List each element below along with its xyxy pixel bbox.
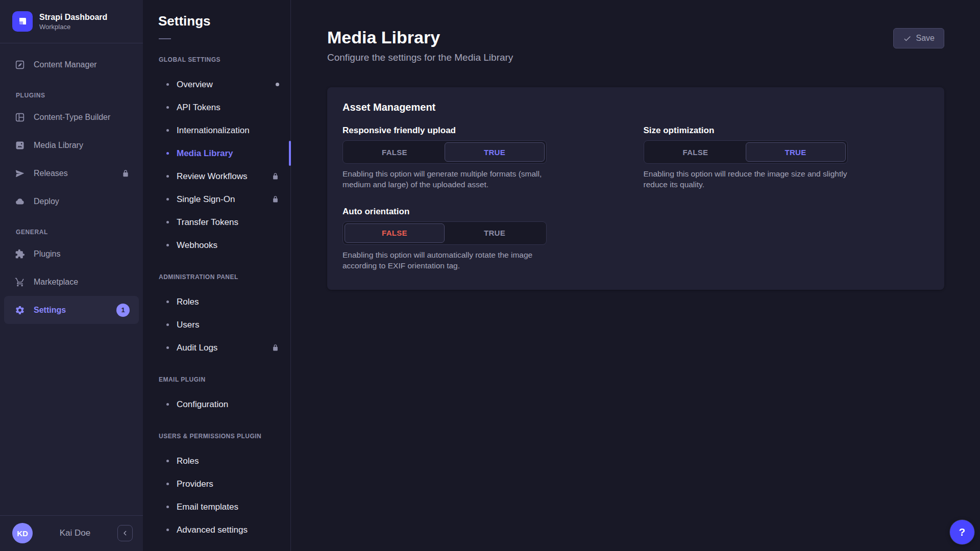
subnav-item-label: Audit Logs: [177, 343, 217, 353]
field-auto-orientation: Auto orientation FALSE TRUE Enabling thi…: [342, 207, 628, 271]
image-icon: [15, 140, 25, 151]
sidebar-item-content-type-builder[interactable]: Content-Type Builder: [0, 103, 143, 131]
toggle-option-true[interactable]: TRUE: [445, 223, 545, 243]
field-size-optimization: Size optimization FALSE TRUE Enabling th…: [644, 126, 929, 190]
avatar[interactable]: KD: [12, 523, 33, 543]
strapi-logo-icon: [12, 11, 33, 32]
sidebar-section-plugins: PLUGINS: [16, 88, 143, 103]
subnav-item-transfer-tokens[interactable]: Transfer Tokens: [143, 211, 290, 234]
subnav-item-advanced-settings[interactable]: Advanced settings: [143, 518, 290, 541]
field-label: Auto orientation: [342, 207, 628, 217]
paper-plane-icon: [15, 168, 25, 179]
subnav-section-administration-panel: ADMINISTRATION PANEL: [159, 272, 290, 282]
save-button[interactable]: Save: [893, 28, 944, 48]
brand[interactable]: Strapi Dashboard Workplace: [0, 0, 143, 43]
page-subtitle: Configure the settings for the Media Lib…: [327, 52, 513, 63]
sidebar-item-releases[interactable]: Releases: [0, 159, 143, 187]
size-optimization-toggle: FALSE TRUE: [644, 140, 848, 164]
sidebar-item-marketplace[interactable]: Marketplace: [0, 268, 143, 296]
lock-icon: [272, 195, 279, 203]
bullet-icon: [166, 529, 169, 531]
app-root: Strapi Dashboard Workplace Content Manag…: [0, 0, 980, 551]
sidebar-item-label: Content Manager: [34, 60, 97, 69]
check-icon: [903, 34, 912, 43]
sidebar-item-plugins[interactable]: Plugins: [0, 240, 143, 268]
subnav-item-roles-admin[interactable]: Roles: [143, 290, 290, 313]
brand-text: Strapi Dashboard Workplace: [39, 12, 107, 31]
bullet-icon: [166, 323, 169, 326]
bullet-icon: [166, 152, 169, 155]
toggle-option-true[interactable]: TRUE: [445, 142, 545, 162]
sidebar-item-label: Media Library: [34, 141, 83, 150]
brand-title: Strapi Dashboard: [39, 12, 107, 22]
collapse-sidebar-button[interactable]: [117, 525, 133, 541]
subnav-item-label: Roles: [177, 456, 199, 466]
field-hint: Enabling this option will generate multi…: [342, 169, 559, 190]
subnav-list: Roles Providers Email templates Advanced…: [143, 449, 290, 541]
sidebar-item-deploy[interactable]: Deploy: [0, 187, 143, 215]
field-hint: Enabling this option will reduce the ima…: [644, 169, 861, 190]
subnav-item-label: Advanced settings: [177, 525, 248, 535]
sidebar-item-label: Marketplace: [34, 278, 78, 287]
subnav-item-overview[interactable]: Overview: [143, 73, 290, 96]
sidebar-section-general: GENERAL: [16, 224, 143, 240]
subnav-item-internationalization[interactable]: Internationalization: [143, 119, 290, 142]
toggle-option-false[interactable]: FALSE: [345, 223, 445, 243]
help-button[interactable]: ?: [950, 520, 974, 544]
subnav-item-email-templates[interactable]: Email templates: [143, 495, 290, 518]
sidebar-item-label: Content-Type Builder: [34, 113, 110, 122]
pen-icon: [15, 60, 25, 70]
subnav-section-email-plugin: EMAIL PLUGIN: [159, 374, 290, 385]
notification-dot-icon: [276, 83, 279, 86]
sidebar-item-label: Releases: [34, 169, 68, 178]
user-row: KD Kai Doe: [0, 516, 143, 551]
sidebar-item-label: Settings: [34, 306, 66, 315]
chevron-left-icon: [121, 529, 129, 537]
sidebar-item-label: Deploy: [34, 197, 59, 206]
title-underline: [159, 38, 171, 39]
brand-workspace: Workplace: [39, 23, 107, 31]
subnav-item-label: Single Sign-On: [177, 194, 235, 205]
sidebar-item-label: Plugins: [34, 249, 60, 259]
subnav-item-single-sign-on[interactable]: Single Sign-On: [143, 188, 290, 211]
subnav-item-media-library[interactable]: Media Library: [143, 142, 290, 165]
bullet-icon: [166, 129, 169, 132]
subnav-item-label: Configuration: [177, 399, 228, 410]
subnav-item-users[interactable]: Users: [143, 313, 290, 336]
sidebar-item-settings[interactable]: Settings 1: [4, 296, 139, 324]
user-name: Kai Doe: [33, 528, 117, 538]
bullet-icon: [166, 198, 169, 201]
subnav-item-configuration[interactable]: Configuration: [143, 393, 290, 416]
subnav-section-users-permissions: USERS & PERMISSIONS PLUGIN: [159, 431, 290, 441]
responsive-friendly-upload-toggle: FALSE TRUE: [342, 140, 547, 164]
bullet-icon: [166, 221, 169, 223]
subnav-title: Settings: [158, 13, 290, 29]
subnav-item-api-tokens[interactable]: API Tokens: [143, 96, 290, 119]
subnav-section-global-settings: GLOBAL SETTINGS: [159, 55, 290, 65]
toggle-option-true[interactable]: TRUE: [746, 142, 846, 162]
asset-management-card: Asset Management Responsive friendly upl…: [327, 87, 944, 290]
toggle-option-false[interactable]: FALSE: [646, 142, 746, 162]
bullet-icon: [166, 244, 169, 246]
subnav-item-label: Media Library: [177, 148, 233, 159]
subnav-item-audit-logs[interactable]: Audit Logs: [143, 336, 290, 359]
sidebar-item-media-library[interactable]: Media Library: [0, 131, 143, 159]
subnav-list: Configuration: [143, 393, 290, 416]
subnav-item-webhooks[interactable]: Webhooks: [143, 234, 290, 257]
subnav-item-roles-up[interactable]: Roles: [143, 449, 290, 472]
subnav-item-label: Internationalization: [177, 126, 250, 136]
bullet-icon: [166, 175, 169, 178]
main-sidebar: Strapi Dashboard Workplace Content Manag…: [0, 0, 143, 551]
subnav-item-review-workflows[interactable]: Review Workflows: [143, 165, 290, 188]
settings-count-badge: 1: [116, 304, 130, 317]
sidebar-item-content-manager[interactable]: Content Manager: [0, 51, 143, 79]
subnav-item-providers[interactable]: Providers: [143, 472, 290, 495]
sidebar-nav: Content Manager PLUGINS Content-Type Bui…: [0, 43, 143, 324]
subnav-item-label: API Tokens: [177, 103, 220, 113]
card-title: Asset Management: [342, 102, 929, 113]
bullet-icon: [166, 506, 169, 508]
layout-icon: [15, 112, 25, 122]
subnav-item-label: Users: [177, 320, 199, 330]
toggle-option-false[interactable]: FALSE: [345, 142, 445, 162]
settings-subnav: Settings GLOBAL SETTINGS Overview API To…: [143, 0, 291, 551]
